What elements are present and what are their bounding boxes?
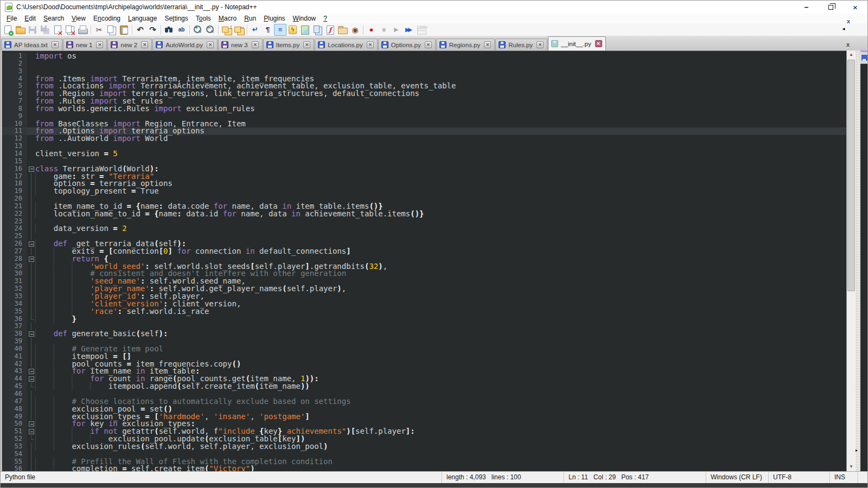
folder-as-workspace-icon[interactable] [336, 24, 349, 36]
fold-marker-icon[interactable] [27, 428, 35, 435]
zoom-out-icon[interactable]: − [204, 24, 216, 36]
indent-guide-icon[interactable]: ≡ [274, 24, 286, 36]
tab-new-1[interactable]: new 1× [63, 38, 107, 50]
line-number: 27 [2, 248, 27, 255]
menu-item-tools[interactable]: Tools [192, 15, 215, 22]
minimize-button[interactable]: – [794, 1, 819, 14]
tab-close-icon[interactable]: × [484, 41, 491, 48]
print-icon[interactable] [76, 24, 89, 36]
new-file-icon[interactable] [2, 24, 14, 36]
tab-close-icon[interactable]: × [96, 41, 103, 48]
fold-marker-icon[interactable] [27, 240, 35, 248]
tab-__init__-py[interactable]: __init__.py× [548, 36, 606, 50]
view-splitter[interactable]: ▸ [856, 50, 860, 471]
paste-icon[interactable] [118, 24, 130, 36]
menu-item-file[interactable]: File [3, 15, 21, 22]
save-file-icon[interactable] [27, 24, 39, 36]
monitoring-icon[interactable]: ◉ [349, 24, 361, 36]
show-all-characters-icon[interactable]: ¶ [261, 24, 274, 36]
tab-close-icon[interactable]: × [303, 41, 310, 48]
udl-icon[interactable]: ϟ [286, 24, 299, 36]
menu-item-encoding[interactable]: Encoding [90, 15, 124, 22]
doc-switcher-icon[interactable] [311, 24, 324, 36]
fold-guide [27, 465, 35, 471]
scrollbar-thumb[interactable] [847, 60, 855, 291]
secondary-editor-sliver [860, 63, 867, 471]
close-file-icon[interactable] [52, 24, 64, 36]
menu-item-run[interactable]: Run [240, 15, 260, 22]
find-icon[interactable] [163, 24, 175, 36]
menu-item-search[interactable]: Search [40, 15, 68, 22]
tab-scroll-left-icon[interactable]: ◄ [841, 27, 846, 31]
save-macro-icon[interactable] [415, 24, 427, 36]
word-wrap-icon[interactable]: ↵ [249, 24, 261, 36]
fold-guide [27, 158, 35, 165]
toolbar-separator [218, 25, 219, 35]
tab-items-py[interactable]: Items.py× [263, 38, 314, 50]
tab-close-icon[interactable]: × [52, 41, 59, 48]
menu-item-language[interactable]: Language [124, 15, 161, 22]
tab-ap-ideas-txt[interactable]: AP Ideas.txt× [1, 38, 62, 50]
menu-item-settings[interactable]: Settings [161, 15, 192, 22]
tab-close-icon[interactable]: × [537, 41, 544, 48]
menu-item-edit[interactable]: Edit [21, 15, 40, 22]
vertical-scrollbar[interactable]: ▲ ▼ [846, 50, 856, 471]
restore-button[interactable] [819, 1, 843, 14]
save-all-icon[interactable] [39, 24, 52, 36]
tab-label: AutoWorld.py [165, 42, 203, 48]
file-save-icon [4, 41, 11, 48]
tab-rules-py[interactable]: Rules.py× [495, 38, 547, 50]
replace-icon[interactable]: ab [175, 24, 188, 36]
line-number: 48 [2, 406, 27, 413]
menu-item-[interactable]: ? [320, 15, 331, 22]
run-macro-multiple-icon[interactable]: ▶▶ [403, 24, 415, 36]
tab-close-icon[interactable]: × [595, 40, 602, 47]
tab-options-py[interactable]: Options.py× [378, 38, 436, 50]
menu-item-macro[interactable]: Macro [215, 15, 240, 22]
record-macro-icon[interactable]: ● [365, 24, 378, 36]
close-all-icon[interactable] [64, 24, 76, 36]
close-button[interactable]: × [843, 1, 867, 14]
tab-autoworld-py[interactable]: AutoWorld.py× [152, 38, 218, 50]
copy-icon[interactable] [105, 24, 118, 36]
tab-close-icon[interactable]: × [367, 41, 374, 48]
redo-icon[interactable]: ↷ [146, 24, 159, 36]
line-number: 54 [2, 451, 27, 458]
undo-icon[interactable]: ↶ [134, 24, 146, 36]
scroll-up-icon[interactable]: ▲ [847, 50, 856, 59]
editor-lines[interactable]: 1import os234from .Items import Terraria… [2, 50, 846, 471]
tab-locations-py[interactable]: Locations.py× [315, 38, 378, 50]
fold-marker-icon[interactable] [27, 368, 35, 375]
fold-marker-icon[interactable] [27, 255, 35, 263]
cut-icon[interactable]: ✂ [93, 24, 105, 36]
tab-new-2[interactable]: new 2× [107, 38, 152, 50]
zoom-in-icon[interactable]: + [192, 24, 204, 36]
code-text [35, 143, 846, 150]
tab-close-icon[interactable]: × [425, 41, 432, 48]
tab-label: __init__.py [561, 41, 591, 47]
document-map-icon[interactable] [299, 24, 311, 36]
tab-bar-close-icon[interactable]: x [846, 42, 850, 47]
stop-macro-icon[interactable]: ■ [378, 24, 390, 36]
open-file-icon[interactable] [14, 24, 27, 36]
tab-close-icon[interactable]: × [141, 41, 148, 48]
tab-new-3[interactable]: new 3× [218, 38, 263, 50]
playback-macro-icon[interactable]: ▶ [390, 24, 403, 36]
toolbar-separator [189, 25, 190, 35]
fold-marker-icon[interactable] [27, 420, 35, 428]
fold-marker-icon[interactable] [27, 165, 35, 173]
tab-regions-py[interactable]: Regions.py× [436, 38, 495, 50]
tab-label: Items.py [276, 42, 299, 48]
sync-horizontal-icon[interactable]: ↔ [233, 24, 245, 36]
scroll-down-icon[interactable]: ▼ [847, 463, 856, 471]
menu-item-plugins[interactable]: Plugins [260, 15, 289, 22]
menu-item-view[interactable]: View [68, 15, 90, 22]
tab-close-icon[interactable]: × [252, 41, 259, 48]
sync-vertical-icon[interactable]: ↕ [220, 24, 233, 36]
fold-marker-icon[interactable] [27, 375, 35, 383]
fold-guide [27, 210, 35, 218]
function-list-icon[interactable]: ƒ [324, 24, 336, 36]
tab-close-icon[interactable]: × [207, 41, 214, 48]
fold-marker-icon[interactable] [27, 330, 35, 338]
menu-item-window[interactable]: Window [289, 15, 320, 22]
